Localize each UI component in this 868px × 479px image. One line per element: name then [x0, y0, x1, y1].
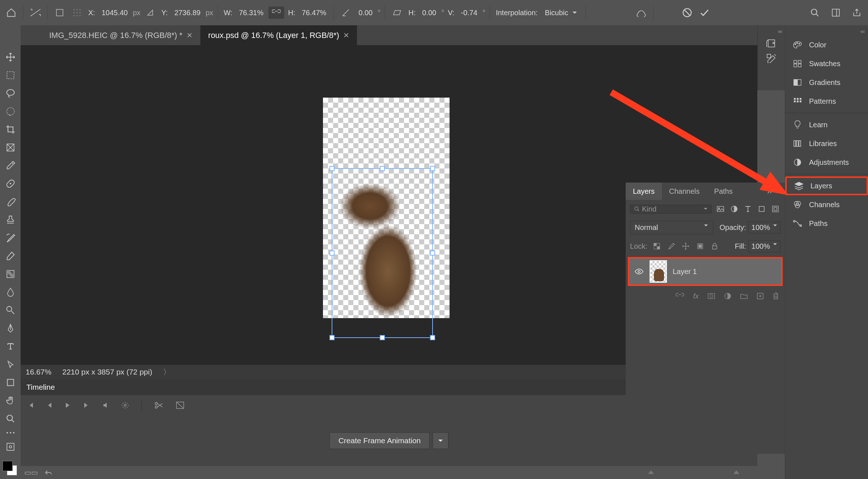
frame-animation-button[interactable]: Create Frame Animation: [329, 432, 430, 449]
quick-select-tool-icon[interactable]: [3, 104, 18, 119]
history-icon[interactable]: [766, 38, 777, 48]
transition-icon[interactable]: [176, 401, 184, 409]
filter-smart-icon[interactable]: [770, 204, 780, 214]
hand-tool-icon[interactable]: [3, 393, 18, 408]
more-tools-icon[interactable]: [3, 429, 18, 436]
color-swatches[interactable]: [3, 461, 18, 477]
y-value[interactable]: 2736.89: [171, 7, 203, 18]
new-layer-icon[interactable]: [757, 292, 764, 300]
filter-kind-dropdown[interactable]: Kind: [630, 205, 712, 214]
layer-name[interactable]: Layer 1: [673, 268, 697, 276]
collapse-mini-icon[interactable]: ««: [778, 28, 781, 35]
history-brush-tool-icon[interactable]: [3, 230, 18, 245]
delete-layer-icon[interactable]: [773, 292, 779, 300]
anchor-triangle-icon[interactable]: [142, 5, 158, 20]
transform-handle[interactable]: [329, 335, 335, 340]
dock-item-libraries[interactable]: Libraries: [785, 134, 868, 153]
layer-mask-icon[interactable]: [707, 293, 715, 299]
dock-item-swatches[interactable]: Swatches: [785, 54, 868, 73]
settings-icon[interactable]: [121, 401, 129, 409]
eyedropper-tool-icon[interactable]: [3, 158, 18, 173]
lock-all-icon[interactable]: [710, 241, 720, 251]
stamp-tool-icon[interactable]: [3, 212, 18, 227]
split-icon[interactable]: [154, 401, 163, 409]
rotate-icon[interactable]: [338, 5, 353, 20]
audio-icon[interactable]: [102, 402, 109, 409]
dock-item-layers[interactable]: Layers: [785, 176, 868, 195]
lock-artboard-icon[interactable]: [695, 241, 705, 251]
dock-item-gradients[interactable]: Gradients: [785, 73, 868, 92]
next-frame-icon[interactable]: [83, 402, 90, 409]
tab-document-1[interactable]: IMG_5928.HEIC @ 16.7% (RGB/8*) * ×: [41, 25, 200, 45]
prev-frame-icon[interactable]: [47, 402, 52, 409]
commit-transform-icon[interactable]: [697, 5, 712, 20]
lasso-tool-icon[interactable]: [3, 86, 18, 101]
lock-transparent-icon[interactable]: [652, 241, 662, 251]
lock-position-icon[interactable]: [681, 241, 691, 251]
reference-point-icon[interactable]: [52, 5, 67, 20]
layer-thumbnail[interactable]: [650, 260, 667, 283]
link-layers-icon[interactable]: [676, 293, 684, 299]
opacity-input[interactable]: 100%: [748, 222, 780, 234]
warp-mode-icon[interactable]: [634, 5, 649, 20]
play-icon[interactable]: [65, 402, 71, 409]
layer-fx-icon[interactable]: fx: [693, 292, 699, 300]
fill-input[interactable]: 100%: [748, 240, 780, 252]
path-select-tool-icon[interactable]: [3, 357, 18, 372]
filter-pixel-icon[interactable]: [715, 204, 726, 214]
status-more-icon[interactable]: 〉: [163, 367, 171, 377]
transform-handle[interactable]: [329, 251, 335, 256]
undo-icon[interactable]: [44, 469, 52, 476]
gradient-tool-icon[interactable]: [3, 266, 18, 282]
transform-handle[interactable]: [329, 166, 335, 171]
zoom-tool-icon[interactable]: [3, 411, 18, 426]
link-wh-icon[interactable]: [268, 7, 284, 19]
reference-grid-icon[interactable]: [69, 5, 85, 20]
lock-image-icon[interactable]: [666, 241, 676, 251]
cancel-transform-icon[interactable]: [680, 5, 695, 20]
transform-handle[interactable]: [380, 335, 385, 340]
workspace-icon[interactable]: [828, 5, 843, 20]
x-value[interactable]: 1045.40: [99, 7, 131, 18]
search-icon[interactable]: [807, 5, 822, 20]
brush-tool-icon[interactable]: [3, 194, 18, 209]
transform-bounding-box[interactable]: [332, 168, 433, 338]
filter-shape-icon[interactable]: [757, 204, 767, 214]
dock-item-learn[interactable]: Learn: [785, 115, 868, 134]
tab-document-2[interactable]: roux.psd @ 16.7% (Layer 1, RGB/8*) ×: [200, 25, 357, 45]
type-tool-icon[interactable]: [3, 339, 18, 354]
properties-icon[interactable]: [766, 54, 776, 63]
blend-mode-dropdown[interactable]: Normal: [630, 221, 713, 234]
w-value[interactable]: 76.31%: [236, 7, 267, 18]
home-icon[interactable]: [4, 5, 19, 20]
transform-handle[interactable]: [430, 166, 435, 171]
dock-item-patterns[interactable]: Patterns: [785, 92, 868, 111]
filter-type-icon[interactable]: [743, 204, 753, 214]
dock-item-paths[interactable]: Paths: [785, 214, 868, 233]
skew-h-icon[interactable]: [390, 5, 405, 20]
adjustment-layer-icon[interactable]: [724, 292, 731, 300]
close-icon[interactable]: ×: [187, 30, 192, 41]
close-icon[interactable]: ×: [344, 30, 349, 41]
skew-v-value[interactable]: -0.74: [458, 7, 480, 18]
collapse-dock-icon[interactable]: ««: [860, 28, 864, 35]
skew-h-value[interactable]: 0.00: [419, 7, 439, 18]
move-tool-icon[interactable]: [3, 50, 18, 65]
angle-value[interactable]: 0.00: [356, 7, 375, 18]
visibility-icon[interactable]: [634, 268, 644, 275]
dodge-tool-icon[interactable]: [3, 303, 18, 318]
healing-tool-icon[interactable]: [3, 176, 18, 191]
group-icon[interactable]: [740, 293, 748, 299]
frame-tool-icon[interactable]: [3, 140, 18, 155]
transform-handle[interactable]: [380, 166, 385, 171]
go-to-first-icon[interactable]: [27, 402, 34, 409]
dock-item-color[interactable]: Color: [785, 35, 868, 54]
create-frame-animation[interactable]: Create Frame Animation: [329, 432, 449, 449]
transform-handle[interactable]: [430, 335, 435, 340]
free-transform-icon[interactable]: [28, 5, 43, 20]
transform-handle[interactable]: [430, 251, 435, 256]
rectangle-tool-icon[interactable]: [3, 375, 18, 390]
crop-tool-icon[interactable]: [3, 122, 18, 137]
filter-adjust-icon[interactable]: [729, 204, 739, 214]
layer-row[interactable]: Layer 1: [628, 257, 783, 286]
